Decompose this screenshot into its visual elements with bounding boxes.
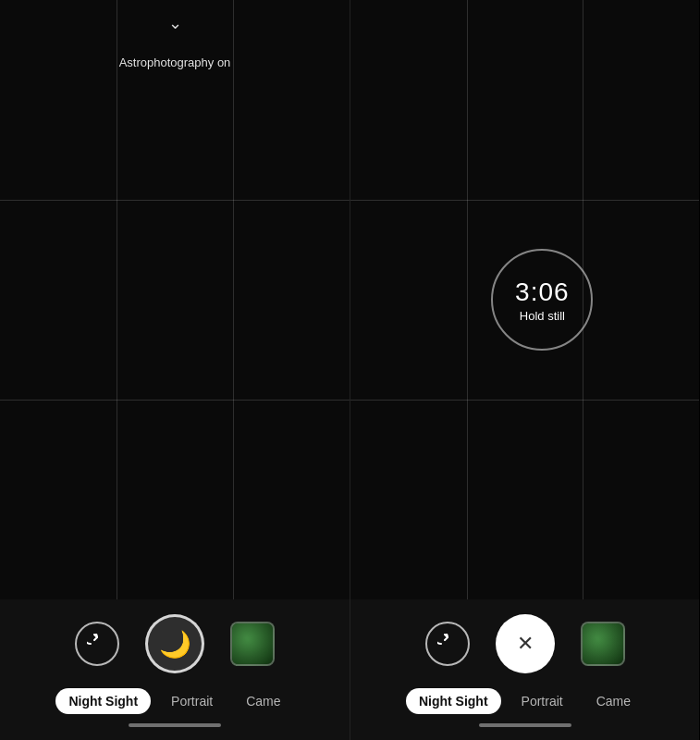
left-icon-row: 🌙 (75, 614, 275, 673)
timer-time: 3:06 (515, 278, 570, 307)
left-controls-area: 🌙 Night Sight Portrait Came (0, 599, 350, 740)
tab-portrait-left[interactable]: Portrait (158, 688, 226, 714)
grid-line-v1 (117, 0, 117, 599)
rotate-button-right[interactable] (425, 622, 470, 666)
bottom-indicator-right (479, 723, 571, 727)
right-controls-area: ✕ Night Sight Portrait Came (350, 599, 699, 740)
tab-night-sight-right[interactable]: Night Sight (406, 688, 501, 714)
rotate-button[interactable] (75, 622, 119, 666)
rotate-icon-right (437, 634, 458, 654)
bottom-indicator-left (129, 723, 221, 727)
grid-line-v2 (233, 0, 234, 599)
timer-overlay: 3:06 Hold still (491, 249, 593, 351)
shutter-moon-button[interactable]: 🌙 (145, 614, 204, 673)
right-viewfinder: 3:06 Hold still (350, 0, 699, 599)
grid-line-h2-r (350, 400, 699, 401)
left-viewfinder: ⌄ Astrophotography on (0, 0, 350, 599)
astrophotography-label: Astrophotography on (119, 56, 231, 69)
thumbnail-right[interactable] (581, 622, 625, 666)
tab-camera-right[interactable]: Came (583, 688, 644, 714)
grid-line-h1-r (350, 200, 699, 201)
grid-overlay (0, 0, 350, 599)
left-panel: ⌄ Astrophotography on 🌙 Night Sight Port (0, 0, 350, 740)
close-icon: ✕ (517, 632, 534, 656)
thumbnail-left[interactable] (230, 622, 275, 666)
grid-line-v1-r (467, 0, 468, 599)
chevron-down-icon[interactable]: ⌄ (168, 13, 182, 33)
tab-camera-left[interactable]: Came (233, 688, 293, 714)
rotate-icon (87, 634, 107, 654)
tab-portrait-right[interactable]: Portrait (509, 688, 576, 714)
tab-night-sight-left[interactable]: Night Sight (55, 688, 151, 714)
right-panel: 3:06 Hold still ✕ Night Sight P (350, 0, 699, 740)
grid-line-h2 (0, 400, 350, 401)
left-mode-tabs: Night Sight Portrait Came (41, 688, 308, 714)
cancel-button[interactable]: ✕ (496, 614, 555, 673)
grid-line-h1 (0, 200, 350, 201)
timer-hold-text: Hold still (520, 309, 565, 323)
timer-circle: 3:06 Hold still (491, 249, 593, 351)
moon-icon: 🌙 (159, 629, 191, 660)
right-icon-row: ✕ (425, 614, 625, 673)
right-mode-tabs: Night Sight Portrait Came (391, 688, 658, 714)
